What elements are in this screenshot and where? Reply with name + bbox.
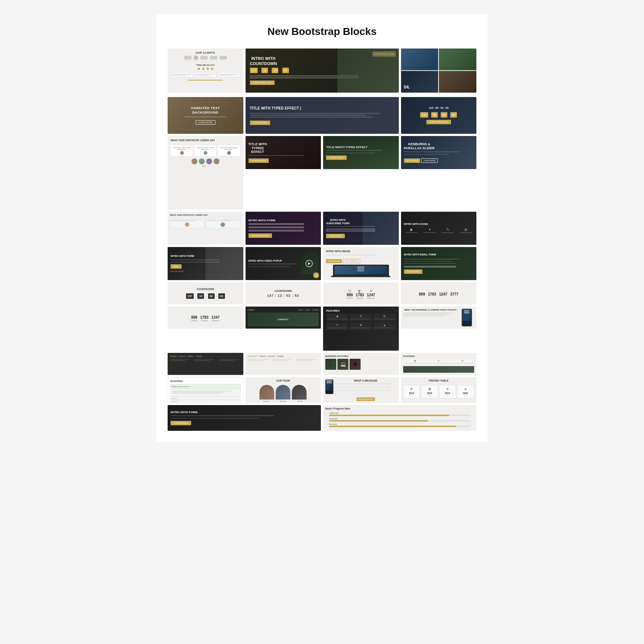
- stat-num-4-2: 1783: [428, 292, 436, 296]
- email-btn[interactable]: SUBSCRIBE: [404, 269, 423, 274]
- nav-item-about[interactable]: MilyBio: [187, 355, 193, 357]
- kenburns-btn-1[interactable]: GET STARTED: [404, 158, 420, 163]
- nd-l6: [218, 360, 234, 361]
- stat-2-lbl-3: Requests: [211, 319, 219, 322]
- nav-desc-items: [170, 359, 241, 361]
- block-pricing: PRICING TABLE ★ $10 /mo ◆ $10 /mo: [401, 377, 477, 403]
- stat-num-4-4: 3777: [450, 292, 458, 296]
- typed-btn[interactable]: LEARN MORE: [250, 121, 271, 125]
- subscribe-button[interactable]: SUBSCRIBE NOW: [250, 80, 275, 85]
- intro-img-btn-2[interactable]: GET STARTED: [343, 259, 360, 263]
- team-photo-2: [276, 385, 290, 400]
- form-line-3: [248, 230, 304, 232]
- anim-btn-1[interactable]: LEARN MORE: [196, 120, 215, 125]
- nl-item-4[interactable]: TheyBio: [277, 355, 283, 357]
- price-lbl-3: /mo: [440, 395, 455, 397]
- laptop-screen: MOBIRISEWEBSITEBUILDER: [334, 266, 387, 275]
- video-title: INTRO WITH VIDEO POPUP: [248, 260, 282, 262]
- cd-minutes: 13: [261, 68, 268, 73]
- drop-mobile-mockup: MOBIRISEWEBSITEBUILDER: [325, 379, 333, 394]
- sf-divider: [326, 226, 375, 227]
- drop-btn[interactable]: SEND MESSAGE: [357, 397, 375, 401]
- nl-item-1[interactable]: Team Lead: [248, 355, 257, 357]
- clients-title: OUR CLIENTS: [196, 51, 215, 54]
- nav-item-1[interactable]: Home: [298, 309, 303, 311]
- testimonial-cards: Lorem ipsum dolor sit amet consectetur..…: [171, 145, 240, 156]
- icons-title: INTRO WITH ICONS: [404, 223, 428, 226]
- progress-title: Basic Progress Bars: [325, 407, 350, 410]
- photo-4: [439, 71, 476, 93]
- accordion-item-1[interactable]: ▶ Why our app is awesome...: [170, 384, 241, 389]
- nl-item-2[interactable]: Features: [259, 355, 266, 357]
- feat-dark-2: ✦: [350, 314, 372, 321]
- progress-2-wrap: JavaScript: [329, 418, 471, 422]
- feat-dark-1: ◆: [326, 314, 348, 321]
- typed-btn-2[interactable]: LEARN MORE: [248, 158, 269, 163]
- form-dark-line-1: [171, 260, 219, 260]
- typed-title-2: TITLE WITHTYPED|EFFECT: [248, 142, 267, 154]
- price-icon-1: ★: [404, 387, 419, 391]
- feat-dark-6: ▲: [373, 322, 396, 330]
- meet-phone-mockup: MOBIRISEWEBSITEBUILDER: [462, 309, 472, 326]
- logo-5: [219, 56, 227, 60]
- form-dark-btn[interactable]: SEND: [171, 264, 182, 269]
- sf-btn[interactable]: SUBSCRIBE: [326, 234, 345, 238]
- tl-line-4: [196, 75, 210, 76]
- block-title-typed-3: TITLE WHITH TYPED EFFECT LEARN MORE: [323, 136, 399, 169]
- stat-2-num-2: 1783: [200, 315, 208, 319]
- stat-4-3: 1247: [439, 292, 447, 296]
- testimonials-2: [170, 218, 240, 228]
- drop-input-2[interactable]: [335, 387, 390, 390]
- cnt-2: 05: [431, 112, 438, 118]
- drop-phone: MOBIRISEWEBSITEBUILDER: [325, 379, 333, 394]
- nld-l3: [272, 359, 292, 360]
- sf-input[interactable]: [326, 229, 375, 232]
- accordion-item-3[interactable]: ▶ Item 3...: [170, 397, 241, 400]
- accordion-item-4[interactable]: ▶ Item 4...: [170, 400, 241, 403]
- typed-divider: [248, 155, 304, 156]
- nav-desc-3: [218, 359, 241, 361]
- pricing-title: PRICING TABLE: [429, 379, 448, 382]
- intro-form-btn-1[interactable]: SEND MESSAGE: [248, 233, 272, 238]
- users-say-title-2: WHAT OUR FANTASTIC USERS SAY: [170, 214, 208, 216]
- block-intro-email: INTRO WITH EMAIL FORM SUBSCRIBE: [401, 247, 477, 280]
- price-val-4: $10: [458, 391, 473, 395]
- nav-item-2[interactable]: About: [305, 309, 310, 311]
- nav-item-home[interactable]: Contact: [170, 355, 177, 357]
- ifb-btn[interactable]: LEARN MORE: [171, 421, 191, 425]
- progress-fill-2: [329, 420, 428, 422]
- team-name-3: Director: [293, 400, 307, 402]
- meet-phone: MOBIRISEWEBSITEBUILDER: [459, 309, 474, 326]
- nav-item-3[interactable]: Contact: [312, 309, 319, 311]
- block-stats-2: 899 Articles 1783 Projects 1247 Requests: [168, 307, 243, 329]
- stat-4-2: 1783: [428, 292, 436, 296]
- tl-line-1: [172, 74, 192, 75]
- icon-1: ◆: [404, 228, 419, 232]
- counter-row: 115 : 05 : 52 : 09: [420, 112, 457, 118]
- drop-input-1[interactable]: [335, 384, 390, 387]
- nav-item-contact[interactable]: TheyBio: [195, 355, 202, 357]
- drop-textarea[interactable]: [335, 390, 390, 394]
- countdown-numbers: 117 : 13 : 25 : 20: [250, 68, 289, 73]
- nl-item-3[interactable]: Resume: [268, 355, 275, 357]
- kenburns-btn-2[interactable]: LEARN MORE: [421, 158, 438, 163]
- typed-btn-3[interactable]: LEARN MORE: [326, 155, 347, 160]
- block-nav-dark: LOGO Home About Contact CONTACT: [246, 307, 321, 329]
- t2-l1: [207, 219, 239, 220]
- nav-item-features[interactable]: Features: [179, 355, 186, 357]
- laptop-mockup: MOBIRISEWEBSITEBUILDER: [326, 265, 396, 277]
- intro-form-dark-title: INTRO WITH FORM: [171, 255, 194, 258]
- drop-phone-screen: MOBIRISEWEBSITEBUILDER: [326, 380, 333, 391]
- feat-dark-text-4: [327, 328, 347, 328]
- email-input[interactable]: [404, 266, 456, 268]
- intro-img-btn-1[interactable]: LEARN MORE: [326, 259, 342, 263]
- meet-line-3: [403, 315, 450, 315]
- stat-2-2: 1783 Projects: [200, 315, 208, 322]
- nld-l2: [248, 360, 264, 361]
- block-photo-gallery: 04.: [401, 49, 477, 93]
- cd1-title: COUNTDOWN: [197, 288, 214, 290]
- counter-btn[interactable]: SUBSCRIBE NOW: [426, 120, 451, 124]
- accordion-title: Accordion: [170, 380, 183, 382]
- feat-2-t3: [452, 363, 473, 364]
- nd-l5: [218, 359, 239, 360]
